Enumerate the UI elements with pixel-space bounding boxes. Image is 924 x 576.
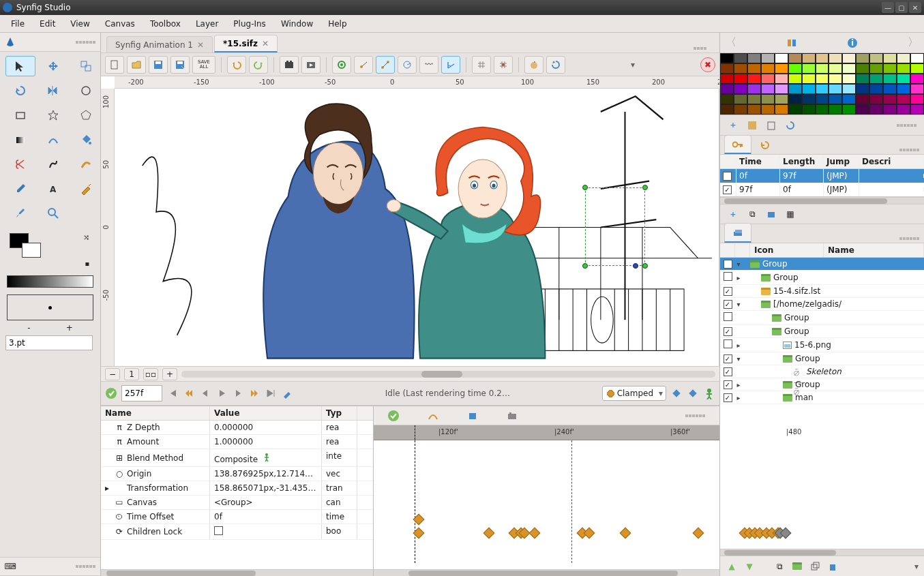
- palette-swatch[interactable]: [761, 104, 775, 115]
- kf-remove-icon[interactable]: [765, 208, 777, 220]
- draw-tool[interactable]: [38, 154, 68, 175]
- palette-refresh-icon[interactable]: [784, 119, 796, 132]
- palette-swatch[interactable]: [816, 94, 829, 104]
- eyedrop-tool[interactable]: [5, 179, 35, 199]
- seek-begin-button[interactable]: [166, 387, 179, 399]
- minimize-button[interactable]: —: [882, 2, 894, 13]
- cutout-tool[interactable]: [5, 154, 35, 175]
- close-tab-icon[interactable]: ✕: [262, 39, 269, 48]
- duck-vertex-toggle[interactable]: [354, 56, 373, 74]
- waypoint[interactable]: [620, 528, 631, 539]
- palette-swatch[interactable]: [775, 63, 788, 74]
- palette-swatch[interactable]: [856, 53, 869, 63]
- palette-swatch[interactable]: [788, 53, 802, 63]
- info-icon[interactable]: i: [846, 37, 859, 49]
- zoom-reset-button[interactable]: 1: [124, 368, 139, 380]
- grid-toggle[interactable]: [472, 56, 491, 74]
- palette-swatch[interactable]: [747, 104, 761, 115]
- nav-prev-button[interactable]: 〈: [726, 35, 736, 50]
- snap-grid-toggle[interactable]: [494, 56, 513, 74]
- palette-swatch[interactable]: [816, 104, 829, 115]
- width-tool[interactable]: [71, 154, 101, 175]
- param-row[interactable]: π Z Depth0.000000rea: [101, 421, 373, 435]
- duck-handle[interactable]: [642, 263, 648, 269]
- duck-width-toggle[interactable]: 〰: [419, 56, 438, 74]
- palette-swatch[interactable]: [761, 53, 775, 63]
- animate-mode-icon[interactable]: [703, 387, 715, 399]
- palette-swatch[interactable]: [910, 63, 924, 74]
- palette-swatch[interactable]: [734, 84, 747, 94]
- palette-swatch[interactable]: [788, 63, 802, 74]
- palette-add-icon[interactable]: ＋: [727, 119, 739, 132]
- rectangle-tool[interactable]: [5, 105, 35, 125]
- palette-swatch[interactable]: [802, 84, 816, 94]
- seek-prev-kf-button[interactable]: [183, 387, 195, 399]
- duck-handle[interactable]: [633, 263, 638, 269]
- duck-handle[interactable]: [582, 263, 588, 269]
- palette-swatch[interactable]: [761, 74, 775, 84]
- palette-swatch[interactable]: [788, 94, 802, 104]
- palette-swatch[interactable]: [775, 94, 788, 104]
- palette-swatch[interactable]: [747, 84, 761, 94]
- palette-swatch[interactable]: [856, 94, 869, 104]
- kf-props-icon[interactable]: ▦: [784, 208, 796, 220]
- seek-prev-frame-button[interactable]: [199, 387, 211, 399]
- palette-swatch[interactable]: [910, 94, 924, 104]
- maximize-button[interactable]: ▢: [895, 2, 908, 13]
- undo-button[interactable]: [227, 56, 246, 74]
- duck-radius-toggle[interactable]: [398, 56, 417, 74]
- layer-row[interactable]: ✓▸ man: [720, 391, 924, 404]
- open-file-button[interactable]: [127, 56, 146, 74]
- kf-header[interactable]: Length: [780, 155, 824, 168]
- layers-header-name[interactable]: Name: [824, 243, 924, 257]
- circle-tool[interactable]: [71, 80, 101, 101]
- params-header-value[interactable]: Value: [210, 406, 322, 420]
- layer-row[interactable]: ✓⦴—⦴ Skeleton: [720, 365, 924, 378]
- scale-tool[interactable]: [71, 56, 101, 76]
- horizontal-scrollbar[interactable]: [181, 371, 715, 378]
- brush-increase[interactable]: +: [66, 323, 73, 333]
- palette-open-icon[interactable]: [765, 119, 777, 132]
- palette-swatch[interactable]: [816, 63, 829, 74]
- palette-swatch[interactable]: [761, 63, 775, 74]
- keyframes-tab[interactable]: [724, 135, 751, 154]
- layer-group-icon[interactable]: [791, 560, 803, 573]
- waypoint[interactable]: [529, 528, 541, 539]
- palette-swatch[interactable]: [802, 104, 816, 115]
- document-tab[interactable]: *15.sifz ✕: [214, 35, 278, 52]
- palette-swatch[interactable]: [720, 63, 734, 74]
- menu-window[interactable]: Window: [274, 17, 320, 31]
- zoom-tool[interactable]: [38, 203, 68, 224]
- layer-row[interactable]: ✓▾ [/home/zelgadis/: [720, 298, 924, 311]
- new-file-button[interactable]: [105, 56, 124, 74]
- param-row[interactable]: ○ Origin138.876925px,12.714575vec: [101, 467, 373, 481]
- onion-skin-toggle[interactable]: [524, 56, 543, 74]
- background-swatch[interactable]: [22, 243, 41, 258]
- palette-swatch[interactable]: [842, 84, 856, 94]
- palette-swatch[interactable]: [829, 74, 842, 84]
- palette-swatch[interactable]: [720, 104, 734, 115]
- palette-swatch[interactable]: [842, 74, 856, 84]
- redo-button[interactable]: [249, 56, 268, 74]
- palette-swatch[interactable]: [720, 94, 734, 104]
- palette-swatch[interactable]: [734, 63, 747, 74]
- palette-swatch[interactable]: [869, 84, 883, 94]
- layer-new-icon[interactable]: ⧉: [773, 560, 786, 573]
- gradient-swatch[interactable]: [7, 275, 93, 288]
- palette-swatch[interactable]: [734, 74, 747, 84]
- kf-header[interactable]: Descri: [859, 155, 924, 168]
- palette-swatch[interactable]: [869, 53, 883, 63]
- kf-duplicate-icon[interactable]: ⧉: [746, 208, 758, 220]
- palette-swatch[interactable]: [788, 84, 802, 94]
- layer-row[interactable]: ▸ Group: [720, 271, 924, 285]
- menu-plug-ins[interactable]: Plug-Ins: [226, 17, 273, 31]
- color-swatches[interactable]: ⤭ ◾: [7, 233, 93, 267]
- rotate-tool[interactable]: [5, 80, 35, 101]
- palette-swatch[interactable]: [747, 63, 761, 74]
- palette-swatch[interactable]: [869, 94, 883, 104]
- layer-row[interactable]: ✓▸ Group: [720, 378, 924, 391]
- curves-tab-icon[interactable]: [427, 410, 439, 422]
- layer-up-icon[interactable]: ▲: [726, 560, 738, 573]
- palette-swatch[interactable]: [747, 94, 761, 104]
- palette-swatch[interactable]: [897, 53, 910, 63]
